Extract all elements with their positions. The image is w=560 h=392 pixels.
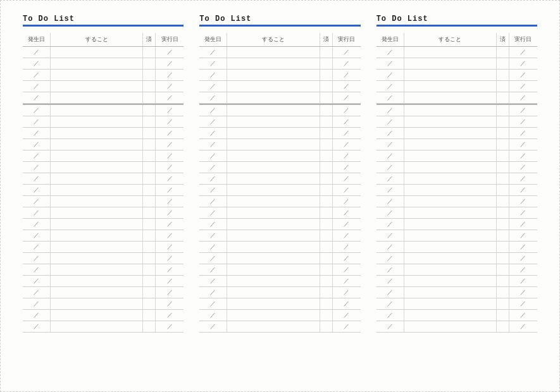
table-row[interactable]: ／／ xyxy=(376,128,537,139)
cell-date2[interactable]: ／ xyxy=(509,58,537,69)
cell-task[interactable] xyxy=(227,162,320,173)
cell-task[interactable] xyxy=(227,253,320,264)
cell-date1[interactable]: ／ xyxy=(199,92,227,103)
cell-task[interactable] xyxy=(404,81,497,92)
cell-task[interactable] xyxy=(404,264,497,275)
cell-date1[interactable]: ／ xyxy=(23,128,51,138)
cell-task[interactable] xyxy=(51,298,143,309)
cell-date1[interactable]: ／ xyxy=(199,150,227,161)
cell-date1[interactable]: ／ xyxy=(376,310,404,321)
cell-done[interactable] xyxy=(320,264,333,275)
cell-task[interactable] xyxy=(404,185,497,195)
cell-date2[interactable]: ／ xyxy=(509,162,537,173)
cell-done[interactable] xyxy=(497,242,509,252)
cell-done[interactable] xyxy=(497,47,509,58)
cell-date1[interactable]: ／ xyxy=(199,264,227,275)
cell-task[interactable] xyxy=(227,128,320,138)
cell-date2[interactable]: ／ xyxy=(509,81,537,92)
cell-date1[interactable]: ／ xyxy=(376,139,404,150)
table-row[interactable]: ／／ xyxy=(199,242,360,253)
cell-date2[interactable]: ／ xyxy=(509,253,537,264)
cell-task[interactable] xyxy=(404,116,497,127)
table-row[interactable]: ／／ xyxy=(23,219,184,230)
cell-date1[interactable]: ／ xyxy=(376,70,404,80)
cell-task[interactable] xyxy=(51,81,143,92)
cell-date1[interactable]: ／ xyxy=(376,150,404,161)
cell-date2[interactable]: ／ xyxy=(333,47,361,58)
cell-date2[interactable]: ／ xyxy=(509,70,537,80)
cell-done[interactable] xyxy=(143,58,156,69)
cell-done[interactable] xyxy=(497,253,509,264)
cell-date2[interactable]: ／ xyxy=(156,264,184,275)
table-row[interactable]: ／／ xyxy=(23,150,184,162)
cell-done[interactable] xyxy=(497,105,509,116)
table-row[interactable]: ／／ xyxy=(23,207,184,219)
cell-date1[interactable]: ／ xyxy=(199,253,227,264)
cell-date1[interactable]: ／ xyxy=(199,185,227,195)
cell-done[interactable] xyxy=(497,150,509,161)
table-row[interactable]: ／／ xyxy=(23,298,184,310)
cell-done[interactable] xyxy=(497,298,509,309)
cell-date1[interactable]: ／ xyxy=(199,242,227,252)
cell-date2[interactable]: ／ xyxy=(333,310,361,321)
cell-date2[interactable]: ／ xyxy=(156,58,184,69)
cell-date1[interactable]: ／ xyxy=(376,219,404,230)
table-row[interactable]: ／／ xyxy=(376,242,537,253)
table-row[interactable]: ／／ xyxy=(199,196,360,207)
table-row[interactable]: ／／ xyxy=(23,92,184,104)
table-row[interactable]: ／／ xyxy=(376,173,537,185)
cell-done[interactable] xyxy=(497,264,509,275)
table-row[interactable]: ／／ xyxy=(23,287,184,298)
cell-task[interactable] xyxy=(404,70,497,80)
cell-date2[interactable]: ／ xyxy=(156,230,184,241)
cell-task[interactable] xyxy=(51,321,143,332)
table-row[interactable]: ／／ xyxy=(23,47,184,58)
cell-task[interactable] xyxy=(51,185,143,195)
table-row[interactable]: ／／ xyxy=(199,321,360,333)
cell-task[interactable] xyxy=(51,116,143,127)
cell-done[interactable] xyxy=(320,116,333,127)
table-row[interactable]: ／／ xyxy=(376,47,537,58)
cell-task[interactable] xyxy=(227,139,320,150)
cell-done[interactable] xyxy=(497,173,509,184)
cell-task[interactable] xyxy=(227,310,320,321)
cell-date2[interactable]: ／ xyxy=(509,92,537,103)
cell-date1[interactable]: ／ xyxy=(376,264,404,275)
table-row[interactable]: ／／ xyxy=(376,207,537,219)
cell-done[interactable] xyxy=(497,92,509,103)
cell-done[interactable] xyxy=(143,92,156,103)
cell-task[interactable] xyxy=(227,287,320,298)
cell-done[interactable] xyxy=(320,162,333,173)
table-row[interactable]: ／／ xyxy=(23,253,184,264)
cell-task[interactable] xyxy=(227,47,320,58)
cell-done[interactable] xyxy=(143,116,156,127)
cell-date1[interactable]: ／ xyxy=(23,219,51,230)
table-row[interactable]: ／／ xyxy=(23,173,184,185)
cell-task[interactable] xyxy=(51,276,143,286)
cell-done[interactable] xyxy=(143,196,156,207)
cell-date1[interactable]: ／ xyxy=(376,207,404,218)
cell-task[interactable] xyxy=(51,139,143,150)
cell-task[interactable] xyxy=(404,287,497,298)
cell-date1[interactable]: ／ xyxy=(23,207,51,218)
table-row[interactable]: ／／ xyxy=(199,230,360,242)
cell-done[interactable] xyxy=(320,47,333,58)
cell-done[interactable] xyxy=(320,287,333,298)
cell-date2[interactable]: ／ xyxy=(333,70,361,80)
cell-date2[interactable]: ／ xyxy=(156,219,184,230)
cell-date2[interactable]: ／ xyxy=(333,139,361,150)
cell-date2[interactable]: ／ xyxy=(509,47,537,58)
table-row[interactable]: ／／ xyxy=(199,310,360,321)
table-row[interactable]: ／／ xyxy=(376,253,537,264)
cell-done[interactable] xyxy=(143,105,156,116)
cell-task[interactable] xyxy=(404,173,497,184)
cell-date1[interactable]: ／ xyxy=(23,196,51,207)
table-row[interactable]: ／／ xyxy=(376,196,537,207)
table-row[interactable]: ／／ xyxy=(376,81,537,92)
table-row[interactable]: ／／ xyxy=(376,58,537,70)
table-row[interactable]: ／／ xyxy=(23,81,184,92)
table-row[interactable]: ／／ xyxy=(199,173,360,185)
cell-date1[interactable]: ／ xyxy=(376,185,404,195)
cell-date2[interactable]: ／ xyxy=(156,105,184,116)
cell-done[interactable] xyxy=(143,128,156,138)
